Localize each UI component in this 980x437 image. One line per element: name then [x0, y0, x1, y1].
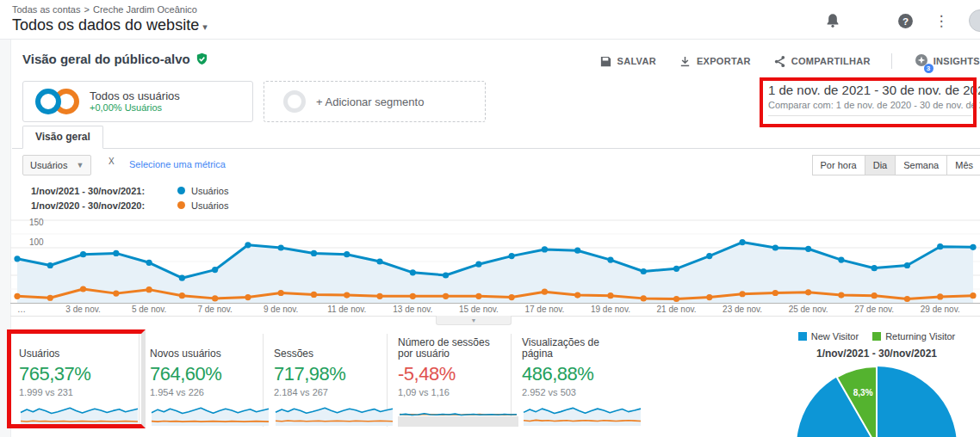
- legend-date-2021: 1/nov/2021 - 30/nov/2021:: [31, 186, 169, 196]
- svg-text:29 de nov.: 29 de nov.: [921, 305, 960, 314]
- metric-card-values: 2.184 vs 267: [274, 387, 376, 397]
- save-button[interactable]: SALVAR: [599, 55, 656, 68]
- segment-all-users[interactable]: Todos os usuários +0,00% Usuários: [22, 81, 253, 122]
- metric-card-sparkline: [19, 401, 140, 427]
- segment-title: Todos os usuários: [90, 89, 180, 102]
- granularity-control: Por hora Dia Semana Mês: [813, 155, 980, 175]
- legend-series-2020: Usuários: [191, 200, 228, 211]
- svg-text:3 de nov.: 3 de nov.: [65, 305, 100, 314]
- legend-series-2021: Usuários: [191, 186, 228, 196]
- insights-button[interactable]: 3 INSIGHTS: [915, 53, 980, 69]
- user-avatar[interactable]: [969, 9, 980, 32]
- metric-dropdown[interactable]: Usuários ▼: [22, 155, 91, 175]
- tab-strip: Visão geral: [12, 129, 980, 149]
- legend-dot-orange-icon: [177, 201, 185, 209]
- metric-card[interactable]: Novos usuários 764,60% 1.954 vs 226: [140, 334, 264, 427]
- legend-dot-blue-icon: [177, 187, 185, 194]
- export-button[interactable]: EXPORTAR: [679, 55, 751, 68]
- segment-rings-icon: [35, 89, 79, 114]
- metric-card-values: 1,09 vs 1,16: [398, 387, 500, 397]
- users-line-chart[interactable]: 50100150…3 de nov.5 de nov.7 de nov.9 de…: [10, 217, 980, 317]
- metric-card-percent: 764,60%: [150, 363, 252, 385]
- pie-legend-returning-visitor: Returning Visitor: [872, 331, 955, 342]
- empty-segment-ring-icon: [283, 90, 306, 113]
- metric-card-percent: 486,88%: [522, 363, 625, 385]
- help-icon[interactable]: ?: [896, 12, 914, 29]
- page-title: Visão geral do público-alvo: [22, 52, 190, 66]
- breadcrumb[interactable]: Todas as contas>Creche Jardim Oceânico: [12, 4, 197, 15]
- granularity-month-button[interactable]: Mês: [946, 155, 980, 175]
- breadcrumb-separator: >: [84, 4, 90, 15]
- svg-text:25 de nov.: 25 de nov.: [789, 305, 828, 314]
- segment-delta: +0,00% Usuários: [90, 102, 180, 114]
- chevron-down-icon: ▾: [202, 22, 208, 32]
- svg-text:13 de nov.: 13 de nov.: [393, 305, 432, 314]
- metric-card-label: Usuários: [19, 334, 128, 360]
- verified-shield-icon: [195, 52, 208, 65]
- pie-title: 1/nov/2021 - 30/nov/2021: [773, 348, 980, 360]
- granularity-day-button[interactable]: Dia: [865, 155, 896, 175]
- chart-collapse-button[interactable]: ▼: [436, 316, 512, 325]
- chart-legend: 1/nov/2021 - 30/nov/2021: Usuários 1/nov…: [31, 183, 228, 212]
- visitor-type-pie-chart[interactable]: 8,3%: [785, 362, 968, 437]
- tab-overview[interactable]: Visão geral: [22, 126, 103, 149]
- chevron-down-icon: ▼: [76, 161, 84, 169]
- metric-card-label: Sessões: [274, 334, 376, 360]
- visitor-type-panel: New Visitor Returning Visitor 1/nov/2021…: [773, 331, 980, 437]
- chevron-down-icon: ▼: [471, 317, 477, 323]
- share-button[interactable]: COMPARTILHAR: [773, 55, 871, 68]
- more-vertical-icon[interactable]: ⋮: [933, 12, 950, 29]
- metric-card[interactable]: Número de sessões por usuário -5,48% 1,0…: [388, 334, 512, 427]
- metric-card-values: 1.999 vs 231: [19, 387, 128, 397]
- svg-text:8,3%: 8,3%: [853, 388, 873, 397]
- svg-text:150: 150: [29, 218, 44, 227]
- svg-text:17 de nov.: 17 de nov.: [524, 305, 564, 314]
- svg-text:11 de nov.: 11 de nov.: [327, 305, 366, 314]
- breadcrumb-all-accounts[interactable]: Todas as contas: [12, 4, 81, 15]
- date-range-compare: Comparar com: 1 de nov. de 2020 - 30 de …: [768, 100, 971, 116]
- metric-card-percent: -5,48%: [398, 363, 500, 385]
- notifications-bell-icon[interactable]: [824, 12, 841, 29]
- svg-text:9 de nov.: 9 de nov.: [264, 305, 298, 314]
- add-segment-button[interactable]: + Adicionar segmento: [264, 81, 486, 122]
- share-icon: [773, 55, 786, 68]
- svg-text:5 de nov.: 5 de nov.: [132, 305, 166, 314]
- svg-text:23 de nov.: 23 de nov.: [723, 305, 762, 314]
- svg-text:…: …: [17, 305, 26, 314]
- metric-card-sparkline: [398, 401, 518, 427]
- metric-card-values: 2.952 vs 503: [522, 387, 625, 397]
- granularity-hour-button[interactable]: Por hora: [812, 155, 865, 175]
- metric-card-label: Visualizações de página: [522, 334, 625, 360]
- select-metric-link[interactable]: Selecione uma métrica: [129, 159, 226, 169]
- apps-grid-icon[interactable]: [860, 12, 878, 29]
- account-selector[interactable]: Todos os dados do website▾: [12, 16, 208, 34]
- metric-card-sparkline: [274, 401, 394, 427]
- metric-card[interactable]: Usuários 765,37% 1.999 vs 231: [16, 334, 140, 427]
- granularity-week-button[interactable]: Semana: [895, 155, 947, 175]
- breadcrumb-account[interactable]: Creche Jardim Oceânico: [93, 4, 197, 15]
- top-app-bar: Todas as contas>Creche Jardim Oceânico T…: [0, 0, 980, 40]
- metric-card-sparkline: [522, 401, 642, 427]
- legend-date-2020: 1/nov/2020 - 30/nov/2020:: [31, 200, 169, 211]
- save-icon: [599, 55, 612, 68]
- metric-card[interactable]: Sessões 717,98% 2.184 vs 267: [264, 334, 388, 427]
- metric-card[interactable]: Visualizações de página 486,88% 2.952 vs…: [512, 334, 636, 427]
- metric-cards-row: Usuários 765,37% 1.999 vs 231 Novos usuá…: [16, 334, 636, 427]
- legend-square-green-icon: [872, 332, 881, 341]
- legend-square-blue-icon: [798, 332, 807, 341]
- svg-text:?: ?: [902, 15, 908, 26]
- svg-text:19 de nov.: 19 de nov.: [591, 305, 630, 314]
- account-title: Todos os dados do website: [12, 16, 199, 34]
- metric-card-values: 1.954 vs 226: [150, 387, 252, 397]
- insights-badge: 3: [924, 64, 933, 73]
- date-range-selector[interactable]: 1 de nov. de 2021 - 30 de nov. de 2021 C…: [768, 83, 971, 116]
- metric-card-percent: 765,37%: [19, 363, 128, 385]
- download-icon: [679, 55, 692, 68]
- svg-text:15 de nov.: 15 de nov.: [459, 305, 499, 314]
- metric-card-label: Número de sessões por usuário: [398, 334, 500, 360]
- metric-card-label: Novos usuários: [150, 334, 252, 360]
- svg-text:7 de nov.: 7 de nov.: [197, 305, 232, 314]
- date-range-primary[interactable]: 1 de nov. de 2021 - 30 de nov. de 2021: [768, 83, 971, 97]
- svg-text:27 de nov.: 27 de nov.: [854, 305, 894, 314]
- vs-symbol: X: [109, 157, 115, 166]
